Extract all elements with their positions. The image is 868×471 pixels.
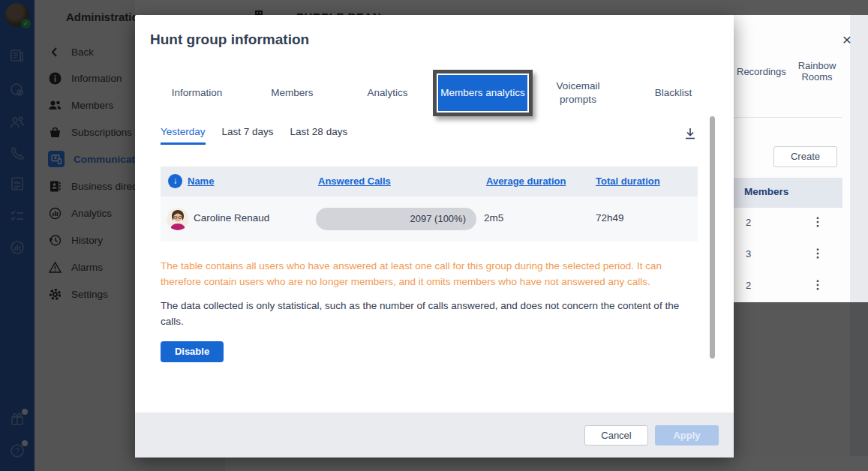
table-row[interactable]: 2 ⋮ [734, 208, 842, 239]
download-icon[interactable] [683, 126, 698, 141]
tab-voicemail-prompts[interactable]: Voicemail prompts [530, 71, 626, 115]
members-count: 3 [746, 248, 751, 260]
communication-icon [48, 151, 65, 167]
panel-right-gutter [850, 15, 868, 456]
members-column-header: Members [734, 178, 842, 208]
dialog-footer: Cancel Apply [135, 412, 734, 458]
hunt-group-dialog: Hunt group information × Information Mem… [135, 15, 734, 458]
sidebar-icon-rail: ✓ ? [0, 0, 35, 471]
dialog-tab-bar: Information Members Analytics Members an… [149, 71, 721, 115]
nav-label: Members [71, 100, 113, 111]
tab-members[interactable]: Members [245, 71, 340, 115]
disable-button[interactable]: Disable [161, 341, 224, 362]
back-label: Back [71, 46, 94, 58]
tab-analytics[interactable]: Analytics [340, 71, 435, 115]
phone-icon[interactable] [9, 146, 26, 162]
settings-gear-icon [48, 287, 62, 302]
kebab-menu-icon[interactable]: ⋮ [812, 246, 824, 260]
members-column-label: Members [744, 186, 788, 197]
tab-information[interactable]: Information [149, 71, 245, 115]
column-average-duration[interactable]: Average duration [486, 176, 566, 187]
history-clock-icon [48, 233, 62, 248]
sort-descending-icon[interactable]: ↓ [168, 174, 182, 188]
dialog-title: Hunt group information [150, 32, 309, 48]
tasks-checklist-icon[interactable] [9, 208, 26, 224]
nav-label: Subscriptions [71, 127, 132, 138]
table-row[interactable]: 2 ⋮ [734, 271, 842, 302]
answered-calls-bar: 2097 (100%) [316, 208, 476, 230]
business-directory-icon [48, 179, 62, 194]
kebab-menu-icon[interactable]: ⋮ [812, 214, 824, 229]
subscriptions-basket-icon [48, 125, 62, 140]
help-notification-dot [22, 440, 28, 446]
tab-rainbow-rooms[interactable]: Rainbow Rooms [794, 60, 840, 82]
members-icon [48, 98, 62, 112]
page-header-strip: PURPLE BEAN [135, 0, 868, 15]
files-icon[interactable] [9, 176, 26, 192]
member-name: Caroline Renaud [194, 212, 269, 224]
total-duration-value: 72h49 [596, 212, 624, 224]
news-icon[interactable] [9, 47, 26, 64]
member-avatar [167, 208, 189, 230]
period-yesterday[interactable]: Yesterday [161, 126, 206, 145]
nav-label: Settings [71, 289, 108, 300]
close-icon[interactable]: × [837, 30, 857, 50]
gift-notification-dot [22, 409, 28, 415]
annotation-highlight-box: Members analytics [433, 70, 533, 116]
tab-members-analytics-highlight: Members analytics [435, 71, 530, 115]
table-row[interactable]: 3 ⋮ [734, 239, 842, 271]
period-tab-bar: Yesterday Last 7 days Last 28 days [161, 126, 347, 145]
app-screen: ✓ ? Administrat [0, 0, 868, 471]
divider [734, 117, 842, 118]
user-avatar[interactable]: ✓ [5, 3, 29, 27]
analytics-icon [48, 206, 62, 220]
scrollbar-thumb[interactable] [710, 116, 715, 358]
info-note: The data collected is only statistical, … [161, 298, 693, 330]
background-list-panel: Recordings Rainbow Rooms Create Members … [734, 15, 868, 456]
cancel-button[interactable]: Cancel [584, 425, 648, 446]
nav-label: Information [71, 73, 122, 84]
tab-recordings[interactable]: Recordings [737, 66, 786, 77]
building-icon [254, 10, 264, 15]
info-icon [48, 71, 62, 86]
nav-label: History [71, 235, 103, 246]
tab-members-analytics[interactable]: Members analytics [438, 75, 527, 111]
nav-label: Alarms [71, 262, 103, 273]
nav-label: Analytics [71, 208, 112, 219]
tab-blacklist[interactable]: Blacklist [626, 71, 721, 115]
chevron-left-icon [48, 45, 62, 59]
analytics-table-row: Caroline Renaud 2097 (100%) 2m5 72h49 [161, 196, 698, 242]
period-last-28-days[interactable]: Last 28 days [290, 126, 348, 145]
admin-panel-title: Administration [66, 10, 146, 23]
column-name[interactable]: Name [188, 176, 214, 187]
conversations-icon[interactable] [9, 82, 26, 98]
average-duration-value: 2m5 [484, 212, 503, 224]
period-last-7-days[interactable]: Last 7 days [222, 126, 274, 145]
warning-note: The table contains all users who have an… [161, 259, 689, 290]
svg-text:?: ? [15, 446, 20, 455]
alarm-warning-icon [48, 260, 62, 274]
analytics-table-header: ↓ Name Answered Calls Average duration T… [161, 166, 698, 196]
presence-check-icon: ✓ [21, 19, 31, 28]
apply-button-disabled[interactable]: Apply [655, 425, 719, 446]
analytics-rail-icon[interactable] [9, 239, 26, 256]
gift-icon[interactable] [9, 411, 26, 428]
contacts-icon[interactable] [9, 114, 26, 130]
column-total-duration[interactable]: Total duration [596, 176, 660, 187]
members-count: 2 [746, 217, 751, 228]
create-button[interactable]: Create [773, 146, 837, 167]
kebab-menu-icon[interactable]: ⋮ [812, 278, 824, 292]
column-answered-calls[interactable]: Answered Calls [318, 176, 391, 187]
members-count: 2 [746, 280, 751, 291]
help-icon[interactable]: ? [9, 442, 26, 459]
